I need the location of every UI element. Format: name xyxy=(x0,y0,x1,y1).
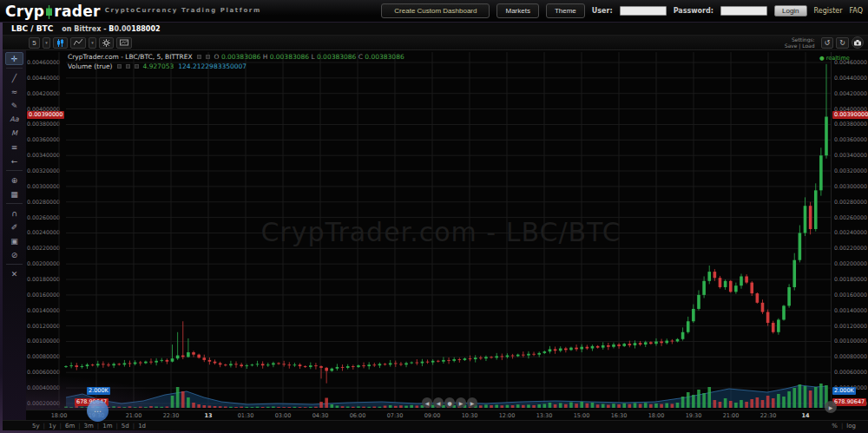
volume-bar xyxy=(378,407,382,408)
volume-bar xyxy=(612,403,615,408)
compare-button[interactable] xyxy=(116,37,132,49)
volume-bar xyxy=(484,404,488,408)
delete-tool-icon[interactable]: ✕ xyxy=(5,267,23,280)
volume-bar xyxy=(639,404,642,409)
volume-bar xyxy=(607,405,610,409)
volume-bar xyxy=(330,404,333,408)
candle xyxy=(75,365,78,367)
candle xyxy=(187,352,190,357)
draw-mode-tool-icon[interactable]: ✐ xyxy=(5,220,23,233)
fib-tool-icon[interactable]: ≡ xyxy=(5,141,23,154)
volume-bar xyxy=(367,407,371,408)
scroll-to-realtime-button[interactable]: ▶ xyxy=(825,401,837,413)
chart-nav-button-0[interactable]: ◀ xyxy=(422,397,432,408)
user-input[interactable] xyxy=(620,6,667,16)
legend-settings-icon[interactable] xyxy=(206,55,210,59)
hide-tool-icon[interactable]: ⊘ xyxy=(5,248,23,261)
candle xyxy=(777,319,780,331)
chart-nav-button-2[interactable]: ● xyxy=(444,397,455,408)
range-button-3m[interactable]: 3m xyxy=(81,423,97,430)
range-button-6m[interactable]: 6m xyxy=(62,423,78,430)
time-axis[interactable]: 18:0019:3021:0022:301301:3003:0004:3006:… xyxy=(26,410,868,420)
chat-bubble-button[interactable]: ⋯ xyxy=(87,400,108,422)
range-button-5y[interactable]: 5y xyxy=(29,423,43,430)
volume-settings-icon[interactable] xyxy=(126,64,130,69)
exchange-price: on Bittrex - B0.00188002 xyxy=(62,25,160,33)
volume-bar xyxy=(64,407,68,409)
volume-bar xyxy=(814,387,818,408)
zoom-tool-icon[interactable]: ⊕ xyxy=(5,174,23,187)
scale-button-%[interactable]: % xyxy=(828,423,841,430)
candle xyxy=(474,358,477,359)
wave-tool-icon[interactable]: ≈ xyxy=(5,85,23,98)
candle xyxy=(117,364,121,364)
candle xyxy=(809,206,812,229)
volume-bar xyxy=(602,404,605,409)
volume-bar xyxy=(575,403,578,408)
x-axis-label: 13:30 xyxy=(536,412,553,419)
arrow-tool-icon[interactable]: ← xyxy=(5,154,23,167)
chart-type-button[interactable] xyxy=(53,37,68,49)
candle xyxy=(314,365,318,366)
volume-bar xyxy=(665,403,668,408)
indicators-dropdown-icon[interactable]: ▾ xyxy=(89,37,96,49)
login-button[interactable]: Login xyxy=(774,5,807,16)
chart-nav-button-4[interactable]: ▶ xyxy=(467,397,477,408)
saveload-label[interactable]: Save | Load xyxy=(785,43,815,49)
chart-nav-button-1[interactable]: ◀ xyxy=(433,397,444,408)
candle xyxy=(495,356,498,358)
volume-bar xyxy=(75,406,78,408)
create-dashboard-button[interactable]: Create Custom Dashboard xyxy=(381,3,490,18)
candle xyxy=(102,364,105,364)
range-button-5d[interactable]: 5d xyxy=(118,423,133,430)
candle xyxy=(166,360,169,362)
volume-bar xyxy=(506,405,510,408)
candle xyxy=(251,364,254,365)
trend-line-icon[interactable]: ╱ xyxy=(5,71,23,84)
volume-bar xyxy=(134,407,137,408)
password-input[interactable] xyxy=(720,6,767,16)
volume-toggle-icon[interactable] xyxy=(117,64,122,69)
undo-button[interactable]: ↺ xyxy=(821,37,834,49)
chart-legend-row1: CrypTrader.com - LBC/BTC, 5, BITTREX O 0… xyxy=(68,53,404,61)
volume-bar xyxy=(702,393,706,408)
theme-button[interactable]: Theme xyxy=(546,3,585,18)
stats-tool-icon[interactable]: ▦ xyxy=(5,187,23,200)
lock-tool-icon[interactable]: ▣ xyxy=(5,234,23,247)
register-link[interactable]: Register xyxy=(814,7,843,15)
faq-link[interactable]: FAQ xyxy=(850,7,864,15)
chart-stage[interactable]: 0.004600000.004600000.004400000.00440000… xyxy=(26,50,868,410)
candle xyxy=(431,361,435,363)
range-button-1d[interactable]: 1d xyxy=(135,423,149,430)
pattern-tool-icon[interactable]: M xyxy=(5,127,23,140)
text-tool-icon[interactable]: Aa xyxy=(5,113,23,126)
volume-bar xyxy=(234,407,238,408)
volume-ma-value: 124.2122983350007 xyxy=(178,62,247,70)
x-axis-label: 14 xyxy=(801,412,809,419)
brush-tool-icon[interactable]: ✎ xyxy=(5,99,23,112)
scale-button-log[interactable]: log xyxy=(843,423,859,430)
markets-button[interactable]: Markets xyxy=(496,3,538,18)
legend-toggle-icon[interactable] xyxy=(197,55,201,59)
volume-bar xyxy=(692,395,695,408)
chart-settings-button[interactable] xyxy=(99,37,114,49)
y-axis-label: 0.00340000 xyxy=(27,152,60,158)
interval-button[interactable]: 5 xyxy=(29,37,40,49)
snapshot-button[interactable] xyxy=(852,36,864,49)
volume-bar xyxy=(617,404,621,408)
pair-label: LBC / BTC xyxy=(11,24,53,33)
interval-dropdown-icon[interactable]: ▾ xyxy=(43,37,50,49)
volume-close-icon[interactable] xyxy=(135,64,139,69)
crosshair-icon[interactable]: ✛ xyxy=(5,52,23,65)
chart-nav-button-3[interactable]: ▶ xyxy=(456,397,466,408)
candle xyxy=(469,358,472,359)
redo-button[interactable]: ↻ xyxy=(836,37,849,49)
indicators-button[interactable] xyxy=(70,37,86,49)
range-button-1m[interactable]: 1m xyxy=(99,423,115,430)
candle xyxy=(734,285,738,292)
open-value: 0.00383086 xyxy=(221,53,260,61)
range-button-1y[interactable]: 1y xyxy=(45,423,60,430)
volume-bar xyxy=(719,402,722,408)
magnet-tool-icon[interactable]: ∩ xyxy=(5,207,23,220)
ohlc-values: O 0.00383086 H 0.00383086 L 0.00383086 C… xyxy=(214,53,404,61)
